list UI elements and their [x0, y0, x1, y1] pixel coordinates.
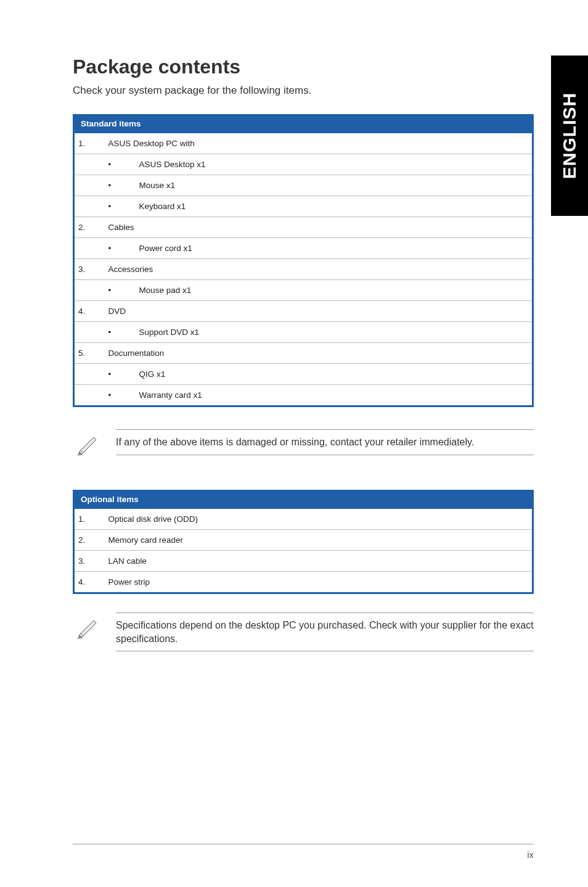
row-number: 4.	[74, 572, 105, 593]
row-label: Documentation	[105, 343, 533, 364]
bullet-icon: •	[105, 196, 136, 217]
row-spacer	[74, 364, 105, 385]
sub-item-label: Support DVD x1	[136, 322, 533, 343]
svg-marker-0	[78, 437, 96, 455]
row-spacer	[74, 238, 105, 259]
table-row: •Power cord x1	[74, 238, 533, 259]
table-row: 1.Optical disk drive (ODD)	[74, 509, 533, 530]
table-row: •Keyboard x1	[74, 196, 533, 217]
sub-item-label: Mouse pad x1	[136, 280, 533, 301]
row-label: Optical disk drive (ODD)	[105, 509, 533, 530]
optional-header: Optional items	[74, 490, 533, 509]
bullet-icon: •	[105, 154, 136, 175]
row-spacer	[74, 322, 105, 343]
table-row: •Warranty card x1	[74, 385, 533, 406]
sub-item-label: Power cord x1	[136, 238, 533, 259]
table-row: 1.ASUS Desktop PC with	[74, 133, 533, 154]
row-number: 5.	[74, 343, 105, 364]
svg-marker-4	[78, 621, 96, 638]
row-number: 3.	[74, 551, 105, 572]
table-row: •ASUS Desktop x1	[74, 154, 533, 175]
note-block-1: If any of the above items is damaged or …	[73, 429, 534, 456]
bullet-icon: •	[105, 175, 136, 196]
optional-items-table: Optional items 1.Optical disk drive (ODD…	[73, 490, 534, 594]
table-row: 2.Memory card reader	[74, 530, 533, 551]
bullet-icon: •	[105, 238, 136, 259]
row-label: ASUS Desktop PC with	[105, 133, 533, 154]
row-number: 2.	[74, 217, 105, 238]
row-label: Accessories	[105, 259, 533, 280]
table-row: •Support DVD x1	[74, 322, 533, 343]
page-footer: ix	[73, 844, 534, 860]
row-number: 3.	[74, 259, 105, 280]
bullet-icon: •	[105, 385, 136, 406]
standard-header: Standard items	[74, 114, 533, 133]
row-number: 1.	[74, 133, 105, 154]
page-number: ix	[527, 849, 534, 860]
row-spacer	[74, 280, 105, 301]
row-label: Power strip	[105, 572, 533, 593]
standard-items-table: Standard items 1.ASUS Desktop PC with•AS…	[73, 114, 534, 407]
table-row: 2.Cables	[74, 217, 533, 238]
row-spacer	[74, 196, 105, 217]
sub-item-label: ASUS Desktop x1	[136, 154, 533, 175]
table-row: 4.DVD	[74, 301, 533, 322]
sub-item-label: QIG x1	[136, 364, 533, 385]
pencil-icon	[73, 429, 102, 456]
note-block-2: Specifications depend on the desktop PC …	[73, 613, 534, 651]
pencil-icon	[73, 613, 102, 640]
language-label: ENGLISH	[559, 93, 580, 179]
note-text-2: Specifications depend on the desktop PC …	[116, 613, 534, 651]
row-label: DVD	[105, 301, 533, 322]
row-number: 1.	[74, 509, 105, 530]
sub-item-label: Mouse x1	[136, 175, 533, 196]
row-spacer	[74, 175, 105, 196]
row-number: 2.	[74, 530, 105, 551]
table-row: •Mouse pad x1	[74, 280, 533, 301]
bullet-icon: •	[105, 322, 136, 343]
row-spacer	[74, 154, 105, 175]
sub-item-label: Warranty card x1	[136, 385, 533, 406]
table-row: 3.LAN cable	[74, 551, 533, 572]
bullet-icon: •	[105, 280, 136, 301]
language-tab: ENGLISH	[551, 56, 588, 216]
row-label: Cables	[105, 217, 533, 238]
row-label: Memory card reader	[105, 530, 533, 551]
table-row: 5.Documentation	[74, 343, 533, 364]
table-row: 3.Accessories	[74, 259, 533, 280]
row-spacer	[74, 385, 105, 406]
row-label: LAN cable	[105, 551, 533, 572]
table-row: 4.Power strip	[74, 572, 533, 593]
note-text-1: If any of the above items is damaged or …	[116, 429, 534, 455]
table-row: •Mouse x1	[74, 175, 533, 196]
intro-text: Check your system package for the follow…	[73, 85, 534, 97]
table-row: •QIG x1	[74, 364, 533, 385]
bullet-icon: •	[105, 364, 136, 385]
row-number: 4.	[74, 301, 105, 322]
page-title: Package contents	[73, 56, 534, 78]
sub-item-label: Keyboard x1	[136, 196, 533, 217]
